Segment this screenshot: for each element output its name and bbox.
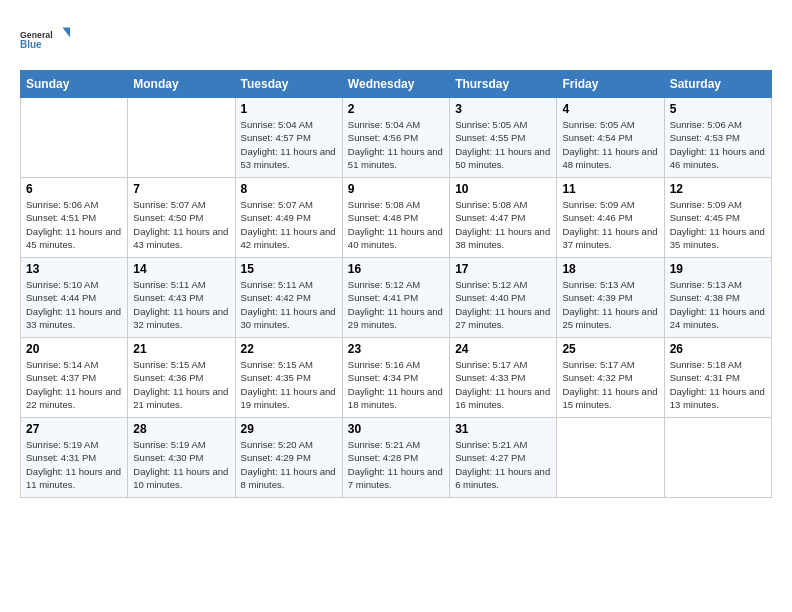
calendar-cell: 19Sunrise: 5:13 AM Sunset: 4:38 PM Dayli… [664,258,771,338]
calendar-cell: 28Sunrise: 5:19 AM Sunset: 4:30 PM Dayli… [128,418,235,498]
day-info: Sunrise: 5:16 AM Sunset: 4:34 PM Dayligh… [348,358,444,411]
calendar-cell: 8Sunrise: 5:07 AM Sunset: 4:49 PM Daylig… [235,178,342,258]
logo-svg: General Blue [20,20,70,60]
day-info: Sunrise: 5:13 AM Sunset: 4:38 PM Dayligh… [670,278,766,331]
day-number: 31 [455,422,551,436]
header-cell-sunday: Sunday [21,71,128,98]
svg-marker-2 [63,28,71,38]
day-info: Sunrise: 5:14 AM Sunset: 4:37 PM Dayligh… [26,358,122,411]
day-info: Sunrise: 5:04 AM Sunset: 4:57 PM Dayligh… [241,118,337,171]
day-number: 20 [26,342,122,356]
calendar-cell: 6Sunrise: 5:06 AM Sunset: 4:51 PM Daylig… [21,178,128,258]
day-info: Sunrise: 5:06 AM Sunset: 4:53 PM Dayligh… [670,118,766,171]
day-number: 28 [133,422,229,436]
day-number: 10 [455,182,551,196]
calendar-cell: 23Sunrise: 5:16 AM Sunset: 4:34 PM Dayli… [342,338,449,418]
day-number: 15 [241,262,337,276]
calendar-cell: 22Sunrise: 5:15 AM Sunset: 4:35 PM Dayli… [235,338,342,418]
calendar-cell: 16Sunrise: 5:12 AM Sunset: 4:41 PM Dayli… [342,258,449,338]
day-number: 3 [455,102,551,116]
day-info: Sunrise: 5:11 AM Sunset: 4:42 PM Dayligh… [241,278,337,331]
day-info: Sunrise: 5:04 AM Sunset: 4:56 PM Dayligh… [348,118,444,171]
day-info: Sunrise: 5:09 AM Sunset: 4:46 PM Dayligh… [562,198,658,251]
calendar-cell: 5Sunrise: 5:06 AM Sunset: 4:53 PM Daylig… [664,98,771,178]
day-number: 29 [241,422,337,436]
calendar-cell: 2Sunrise: 5:04 AM Sunset: 4:56 PM Daylig… [342,98,449,178]
calendar-cell: 20Sunrise: 5:14 AM Sunset: 4:37 PM Dayli… [21,338,128,418]
week-row-1: 1Sunrise: 5:04 AM Sunset: 4:57 PM Daylig… [21,98,772,178]
day-info: Sunrise: 5:12 AM Sunset: 4:40 PM Dayligh… [455,278,551,331]
day-info: Sunrise: 5:06 AM Sunset: 4:51 PM Dayligh… [26,198,122,251]
calendar-body: 1Sunrise: 5:04 AM Sunset: 4:57 PM Daylig… [21,98,772,498]
header-cell-monday: Monday [128,71,235,98]
calendar-header: SundayMondayTuesdayWednesdayThursdayFrid… [21,71,772,98]
day-number: 7 [133,182,229,196]
day-number: 17 [455,262,551,276]
header-cell-friday: Friday [557,71,664,98]
day-info: Sunrise: 5:17 AM Sunset: 4:33 PM Dayligh… [455,358,551,411]
day-number: 22 [241,342,337,356]
day-number: 1 [241,102,337,116]
calendar-cell: 13Sunrise: 5:10 AM Sunset: 4:44 PM Dayli… [21,258,128,338]
day-info: Sunrise: 5:12 AM Sunset: 4:41 PM Dayligh… [348,278,444,331]
day-info: Sunrise: 5:19 AM Sunset: 4:31 PM Dayligh… [26,438,122,491]
calendar-cell: 10Sunrise: 5:08 AM Sunset: 4:47 PM Dayli… [450,178,557,258]
calendar-cell: 12Sunrise: 5:09 AM Sunset: 4:45 PM Dayli… [664,178,771,258]
calendar-cell: 27Sunrise: 5:19 AM Sunset: 4:31 PM Dayli… [21,418,128,498]
page-header: General Blue [20,20,772,60]
day-info: Sunrise: 5:13 AM Sunset: 4:39 PM Dayligh… [562,278,658,331]
calendar-cell: 31Sunrise: 5:21 AM Sunset: 4:27 PM Dayli… [450,418,557,498]
day-number: 11 [562,182,658,196]
day-number: 14 [133,262,229,276]
calendar-cell [21,98,128,178]
day-number: 2 [348,102,444,116]
calendar-cell [664,418,771,498]
logo: General Blue [20,20,70,60]
calendar-cell: 18Sunrise: 5:13 AM Sunset: 4:39 PM Dayli… [557,258,664,338]
svg-text:Blue: Blue [20,39,42,50]
day-number: 6 [26,182,122,196]
calendar-cell: 17Sunrise: 5:12 AM Sunset: 4:40 PM Dayli… [450,258,557,338]
calendar-table: SundayMondayTuesdayWednesdayThursdayFrid… [20,70,772,498]
calendar-cell: 26Sunrise: 5:18 AM Sunset: 4:31 PM Dayli… [664,338,771,418]
calendar-cell: 21Sunrise: 5:15 AM Sunset: 4:36 PM Dayli… [128,338,235,418]
day-info: Sunrise: 5:18 AM Sunset: 4:31 PM Dayligh… [670,358,766,411]
day-info: Sunrise: 5:10 AM Sunset: 4:44 PM Dayligh… [26,278,122,331]
day-info: Sunrise: 5:21 AM Sunset: 4:28 PM Dayligh… [348,438,444,491]
day-number: 25 [562,342,658,356]
day-number: 19 [670,262,766,276]
day-info: Sunrise: 5:21 AM Sunset: 4:27 PM Dayligh… [455,438,551,491]
calendar-cell [557,418,664,498]
day-number: 26 [670,342,766,356]
calendar-cell: 29Sunrise: 5:20 AM Sunset: 4:29 PM Dayli… [235,418,342,498]
day-info: Sunrise: 5:09 AM Sunset: 4:45 PM Dayligh… [670,198,766,251]
day-number: 8 [241,182,337,196]
calendar-cell: 9Sunrise: 5:08 AM Sunset: 4:48 PM Daylig… [342,178,449,258]
header-cell-tuesday: Tuesday [235,71,342,98]
header-cell-saturday: Saturday [664,71,771,98]
calendar-cell: 11Sunrise: 5:09 AM Sunset: 4:46 PM Dayli… [557,178,664,258]
calendar-cell: 7Sunrise: 5:07 AM Sunset: 4:50 PM Daylig… [128,178,235,258]
calendar-cell: 30Sunrise: 5:21 AM Sunset: 4:28 PM Dayli… [342,418,449,498]
week-row-2: 6Sunrise: 5:06 AM Sunset: 4:51 PM Daylig… [21,178,772,258]
day-number: 24 [455,342,551,356]
day-info: Sunrise: 5:11 AM Sunset: 4:43 PM Dayligh… [133,278,229,331]
calendar-cell: 15Sunrise: 5:11 AM Sunset: 4:42 PM Dayli… [235,258,342,338]
day-info: Sunrise: 5:07 AM Sunset: 4:50 PM Dayligh… [133,198,229,251]
day-number: 23 [348,342,444,356]
day-info: Sunrise: 5:19 AM Sunset: 4:30 PM Dayligh… [133,438,229,491]
header-cell-wednesday: Wednesday [342,71,449,98]
day-info: Sunrise: 5:15 AM Sunset: 4:36 PM Dayligh… [133,358,229,411]
calendar-cell: 25Sunrise: 5:17 AM Sunset: 4:32 PM Dayli… [557,338,664,418]
day-number: 27 [26,422,122,436]
day-info: Sunrise: 5:17 AM Sunset: 4:32 PM Dayligh… [562,358,658,411]
day-number: 18 [562,262,658,276]
day-number: 5 [670,102,766,116]
calendar-cell [128,98,235,178]
day-number: 12 [670,182,766,196]
day-info: Sunrise: 5:05 AM Sunset: 4:54 PM Dayligh… [562,118,658,171]
day-info: Sunrise: 5:15 AM Sunset: 4:35 PM Dayligh… [241,358,337,411]
week-row-4: 20Sunrise: 5:14 AM Sunset: 4:37 PM Dayli… [21,338,772,418]
calendar-cell: 14Sunrise: 5:11 AM Sunset: 4:43 PM Dayli… [128,258,235,338]
day-info: Sunrise: 5:07 AM Sunset: 4:49 PM Dayligh… [241,198,337,251]
